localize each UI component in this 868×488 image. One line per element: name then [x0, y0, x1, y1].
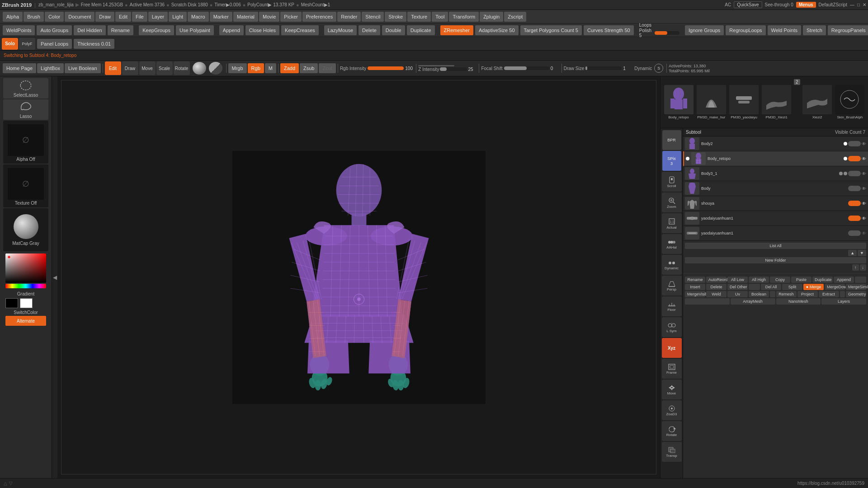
- solo-btn[interactable]: Solo: [2, 38, 18, 50]
- transp-btn[interactable]: Transp: [662, 442, 682, 462]
- menu-transform[interactable]: Transform: [449, 12, 479, 22]
- extract-btn[interactable]: Extract: [819, 291, 839, 297]
- frame-btn[interactable]: Frame: [662, 359, 682, 379]
- subtool-item-body3-1[interactable]: Body3_1 👁: [683, 166, 868, 181]
- menu-movie[interactable]: Movie: [259, 12, 279, 22]
- minimize-btn[interactable]: —: [850, 2, 854, 7]
- body3-1-vis2[interactable]: [844, 172, 847, 175]
- alpha-panel[interactable]: ∅ Alpha Off: [3, 121, 48, 164]
- weld-points2-btn[interactable]: Weld Points: [768, 25, 802, 35]
- actual-btn[interactable]: 1:1 Actual: [662, 213, 682, 233]
- shouya-eye-icon[interactable]: 👁: [862, 201, 866, 206]
- subtool-item-yaodai1[interactable]: yaodaiyuanhuan1 👁: [683, 211, 868, 226]
- yaodai1-eye-icon[interactable]: 👁: [862, 216, 866, 221]
- rename-st-btn[interactable]: Rename: [685, 277, 705, 283]
- target-polygons-btn[interactable]: Target Polygons Count 5: [520, 25, 582, 35]
- project-btn[interactable]: Project: [797, 291, 818, 297]
- boolean-btn[interactable]: Boolean: [749, 291, 769, 297]
- close-btn[interactable]: ✕: [863, 2, 866, 7]
- new-folder-btn[interactable]: New Folder: [685, 257, 866, 263]
- polish-slider[interactable]: [655, 31, 679, 35]
- menu-zscript[interactable]: Zscript: [504, 12, 526, 22]
- all-high-btn[interactable]: All High: [749, 277, 769, 283]
- del-hidden-btn[interactable]: Del Hidden: [74, 25, 105, 35]
- merge-down-btn[interactable]: MergeDown: [825, 284, 845, 290]
- merge-btn[interactable]: ● Merge: [803, 284, 824, 290]
- regroup-loops-btn[interactable]: RegroupLoops: [726, 25, 765, 35]
- geometry-btn[interactable]: Geometry: [846, 291, 866, 297]
- scale-btn[interactable]: Scale: [156, 61, 173, 75]
- polyf-btn[interactable]: PolyF: [19, 38, 35, 50]
- append-st-btn[interactable]: Append: [834, 277, 854, 283]
- menu-stroke[interactable]: Stroke: [385, 12, 406, 22]
- body2-vis[interactable]: [844, 142, 847, 145]
- del-all-btn[interactable]: Del All: [761, 284, 781, 290]
- merge-similar-btn[interactable]: MergeSimilar: [846, 284, 866, 290]
- move-up-btn[interactable]: ▲: [848, 250, 857, 256]
- body2-eye-icon[interactable]: 👁: [862, 141, 866, 146]
- menu-preferences[interactable]: Preferences: [302, 12, 336, 22]
- matcap-panel[interactable]: MatCap Gray: [3, 208, 48, 251]
- draw-size-slider[interactable]: [585, 66, 622, 70]
- mrgb-btn[interactable]: Mrgb: [228, 63, 247, 73]
- home-page-btn[interactable]: Home Page: [3, 63, 36, 73]
- focal-shift-slider[interactable]: [504, 66, 549, 70]
- color-rect[interactable]: [5, 253, 46, 283]
- xyz-btn[interactable]: Xyz: [662, 338, 682, 358]
- array-mesh-btn[interactable]: ArrayMesh: [731, 298, 775, 305]
- thumb-xiezi2[interactable]: Xiezi2: [802, 85, 833, 119]
- move-view-btn[interactable]: Move: [662, 380, 682, 399]
- menu-picker[interactable]: Picker: [280, 12, 302, 22]
- ignore-groups-btn[interactable]: Ignore Groups: [685, 25, 724, 35]
- regroup-panels-btn[interactable]: RegroupPanels: [828, 25, 868, 35]
- thumb-pm3d-xiezi1[interactable]: PM3D_Xiezi1: [761, 85, 792, 119]
- paste-st-btn[interactable]: Paste: [791, 277, 811, 283]
- keep-creases-btn[interactable]: KeepCreases: [281, 25, 319, 35]
- double-btn[interactable]: Double: [382, 25, 405, 35]
- weld-btn[interactable]: Weld: [706, 291, 726, 297]
- subtool-item-shouya[interactable]: shouya 👁: [683, 196, 868, 211]
- swatch-black[interactable]: [5, 298, 18, 308]
- select-lasso-btn[interactable]: SelectLasso: [3, 78, 48, 99]
- remesh-btn[interactable]: Remesh: [776, 291, 797, 297]
- body-retopo-eye-icon[interactable]: 👁: [862, 156, 866, 161]
- zoom-btn[interactable]: Zoom: [662, 192, 682, 212]
- body-eye-icon[interactable]: 👁: [862, 186, 866, 191]
- append-btn[interactable]: Append: [219, 25, 244, 35]
- menu-document[interactable]: Document: [65, 12, 94, 22]
- all-low-btn[interactable]: All Low: [727, 277, 748, 283]
- rename-btn[interactable]: Rename: [108, 25, 134, 35]
- nano-mesh-btn[interactable]: NanoMesh: [776, 298, 821, 305]
- aahal-btn[interactable]: AAHal: [662, 234, 682, 254]
- del-other-btn[interactable]: Del Other: [727, 284, 748, 290]
- left-arrow-btn[interactable]: ◀: [52, 76, 57, 478]
- alternate-btn[interactable]: Alternate: [5, 316, 46, 326]
- m-btn[interactable]: M: [265, 63, 276, 73]
- auto-reorder-btn[interactable]: AutoReorder: [706, 277, 726, 283]
- body3-1-vis[interactable]: [839, 172, 843, 175]
- yaodai1-toggle[interactable]: [848, 216, 861, 221]
- thickness-btn[interactable]: Thickness 0.01: [74, 39, 114, 49]
- body3-1-toggle[interactable]: [848, 171, 861, 176]
- body-retopo-vis[interactable]: [844, 157, 847, 160]
- rotate-view-btn[interactable]: Rotate: [662, 421, 682, 441]
- menu-stencil[interactable]: Stencil: [362, 12, 384, 22]
- z-intensity-slider[interactable]: [440, 67, 467, 71]
- subtool-item-yaodai2[interactable]: yaodaiyuanhuan1 👁: [683, 226, 868, 241]
- folder-down-btn[interactable]: ↓: [860, 264, 867, 271]
- default-zscript[interactable]: DefaultZScript: [819, 2, 847, 7]
- dynamic-label[interactable]: Dynamic: [634, 66, 652, 71]
- body-toggle[interactable]: [848, 186, 861, 191]
- color-hue-bar[interactable]: [5, 284, 46, 288]
- texture-panel[interactable]: ∅ Texture Off: [3, 164, 48, 207]
- body2-toggle[interactable]: [848, 141, 861, 146]
- insert-st-btn[interactable]: Insert: [685, 284, 705, 290]
- use-polypaint-btn[interactable]: Use Polypaint: [176, 25, 214, 35]
- subtool-item-body[interactable]: Body 👁: [683, 181, 868, 196]
- weld-points-btn[interactable]: WeldPoints: [3, 25, 35, 35]
- zremesher-btn[interactable]: ZRemesher: [440, 25, 473, 35]
- menu-material[interactable]: Material: [233, 12, 258, 22]
- maximize-btn[interactable]: □: [857, 2, 860, 7]
- menu-marker[interactable]: Marker: [210, 12, 232, 22]
- copy-st-btn[interactable]: Copy: [770, 277, 790, 283]
